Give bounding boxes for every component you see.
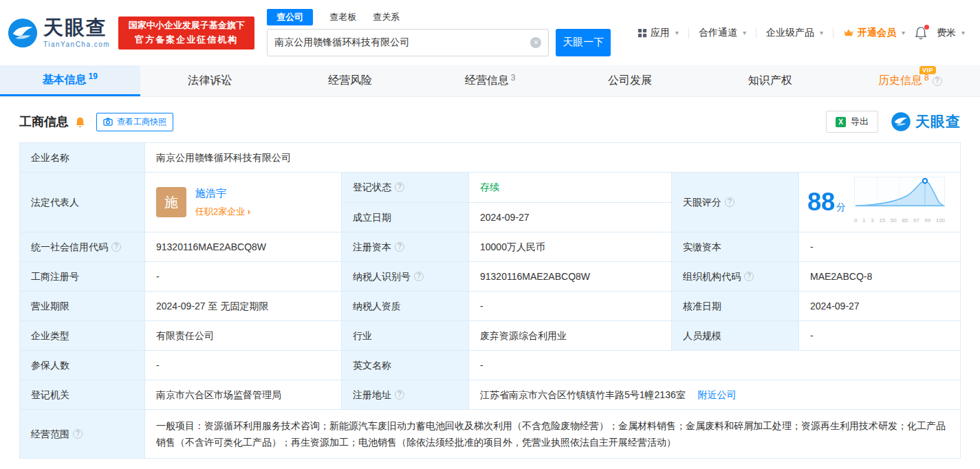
tab-legal-proceedings-label: 法律诉讼 (188, 74, 232, 88)
tab-basic-info-count: 19 (89, 72, 98, 81)
tab-operating-risk[interactable]: 经营风险 (280, 65, 420, 96)
search-button[interactable]: 天眼一下 (556, 29, 611, 56)
industry-label: 行业 (342, 321, 469, 351)
search-type-tabs: 查公司 查老板 查关系 (267, 10, 611, 25)
business-term-label: 营业期限 (20, 292, 145, 321)
taxpayer-id-value: 91320116MAE2ABCQ8W (469, 262, 672, 292)
tab-business-info[interactable]: 经营信息 3 (420, 65, 560, 96)
tab-legal-proceedings[interactable]: 法律诉讼 (140, 65, 281, 96)
table-row: 经营范围 一般项目：资源循环利用服务技术咨询；新能源汽车废旧动力蓄电池回收及梯次… (20, 410, 961, 459)
divider (833, 28, 834, 39)
taxpayer-quality-value: - (469, 292, 672, 321)
org-code-value: MAE2ABCQ-8 (799, 262, 961, 292)
crown-icon (843, 28, 854, 37)
paid-capital-value: - (799, 232, 961, 262)
reg-address-label: 注册地址 (342, 380, 469, 410)
tianyancha-logo-icon (7, 17, 39, 49)
table-row: 统一社会信用代码 91320116MAE2ABCQ8W 注册资本 10000万人… (20, 232, 961, 262)
excel-icon (836, 117, 846, 127)
establish-date-label: 成立日期 (342, 202, 469, 232)
legal-rep-avatar[interactable]: 施 (156, 187, 186, 217)
nav-enterprise-products[interactable]: 企业级产品 (766, 27, 823, 39)
business-scope-value: 一般项目：资源循环利用服务技术咨询；新能源汽车废旧动力蓄电池回收及梯次利用（不含… (145, 410, 961, 459)
nav-apps-label: 应用 (651, 27, 670, 39)
logo-brand: 天眼查 (43, 18, 110, 38)
divider (688, 28, 689, 39)
establish-date-value: 2024-09-27 (469, 202, 672, 232)
help-icon[interactable] (933, 76, 942, 86)
subscribe-bell-icon[interactable] (75, 116, 85, 128)
help-icon[interactable] (111, 242, 121, 252)
view-snapshot-label: 查看工商快照 (117, 116, 166, 128)
tab-basic-info[interactable]: 基本信息 19 (0, 65, 140, 96)
company-type-value: 有限责任公司 (145, 321, 342, 351)
logo-text: 天眼查 TianYanCha.com (43, 18, 110, 48)
tianyancha-logo[interactable]: 天眼查 TianYanCha.com (7, 17, 110, 49)
search-input-wrap (267, 29, 549, 56)
help-icon[interactable] (414, 272, 424, 281)
insured-count-value: - (145, 351, 342, 380)
tab-company-development-label: 公司发展 (608, 74, 652, 88)
reg-status-value: 存续 (469, 173, 672, 203)
tab-history-info-count: 8 (924, 73, 929, 83)
help-icon[interactable] (725, 197, 734, 207)
reg-capital-value: 10000万人民币 (469, 232, 672, 262)
tab-intellectual-property[interactable]: 知识产权 (700, 65, 840, 96)
help-icon[interactable] (744, 272, 754, 281)
section-tools: 导出 天眼查 (826, 111, 961, 133)
nav-user-label: 费米 (937, 27, 956, 39)
tab-history-info-label: 历史信息 (878, 74, 922, 86)
search-input[interactable] (274, 37, 530, 48)
legal-rep-companies-link[interactable]: 任职2家企业 (195, 205, 250, 219)
help-icon[interactable] (395, 182, 404, 192)
business-scope-label: 经营范围 (20, 410, 145, 459)
help-icon[interactable] (395, 390, 404, 400)
tianyancha-company-page: 天眼查 TianYanCha.com 国家中小企业发展子基金旗下 官方备案企业征… (0, 0, 980, 469)
reg-capital-label: 注册资本 (342, 232, 469, 262)
staff-size-value: - (799, 321, 961, 351)
table-row: 登记机关 南京市六合区市场监督管理局 注册地址 江苏省南京市六合区竹镇镇竹丰路5… (20, 380, 961, 410)
business-term-value: 2024-09-27 至 无固定期限 (145, 292, 342, 321)
approval-date-label: 核准日期 (672, 292, 799, 321)
credit-code-label: 统一社会信用代码 (20, 232, 145, 262)
table-row: 工商注册号 - 纳税人识别号 91320116MAE2ABCQ8W 组织机构代码… (20, 262, 961, 292)
watermark-logo: 天眼查 (891, 111, 961, 132)
nav-apps[interactable]: 应用 (638, 27, 679, 39)
table-row: 参保人数 - 英文名称 - (20, 351, 961, 380)
export-label: 导出 (851, 116, 869, 128)
search-tab-company[interactable]: 查公司 (267, 9, 313, 25)
search-area: 查公司 查老板 查关系 天眼一下 (267, 10, 611, 56)
score-chart: 0131550859799100 (854, 177, 945, 228)
nearby-companies-link[interactable]: 附近公司 (698, 389, 737, 400)
table-row: 法定代表人 施 施浩宇 任职2家企业 登记状态 存续 天眼评分 (20, 173, 961, 203)
approval-date-value: 2024-09-27 (799, 292, 961, 321)
export-button[interactable]: 导出 (826, 111, 878, 133)
help-icon[interactable] (73, 429, 83, 439)
help-icon[interactable] (395, 242, 404, 252)
notification-bell[interactable] (915, 26, 927, 40)
clear-search-icon[interactable] (530, 37, 541, 48)
org-code-label: 组织机构代码 (672, 262, 799, 292)
staff-size-label: 人员规模 (672, 321, 799, 351)
reg-authority-value: 南京市六合区市场监督管理局 (145, 380, 342, 410)
badge-line2: 官方备案企业征信机构 (135, 33, 238, 47)
nav-cooperation[interactable]: 合作通道 (699, 27, 746, 39)
score-curve-chart (854, 177, 945, 210)
score-label: 天眼评分 (672, 173, 799, 232)
search-tab-relation[interactable]: 查关系 (373, 11, 400, 23)
nav-open-vip[interactable]: 开通会员 (843, 27, 905, 39)
top-nav: 应用 合作通道 企业级产品 开通会员 (638, 26, 965, 40)
reg-authority-label: 登记机关 (20, 380, 145, 410)
nav-user[interactable]: 费米 (937, 27, 965, 39)
view-snapshot-button[interactable]: 查看工商快照 (96, 113, 173, 131)
watermark-logo-icon (891, 111, 911, 132)
tab-company-development[interactable]: 公司发展 (560, 65, 700, 96)
search-tab-boss[interactable]: 查老板 (329, 11, 356, 23)
tab-operating-risk-label: 经营风险 (328, 74, 372, 88)
insured-count-label: 参保人数 (20, 351, 145, 380)
tab-history-info[interactable]: 历史信息 VIP 8 (840, 65, 980, 96)
tab-intellectual-property-label: 知识产权 (748, 74, 792, 88)
paid-capital-label: 实缴资本 (672, 232, 799, 262)
legal-rep-name-link[interactable]: 施浩宇 (195, 186, 250, 200)
score-unit: 分 (836, 201, 846, 212)
